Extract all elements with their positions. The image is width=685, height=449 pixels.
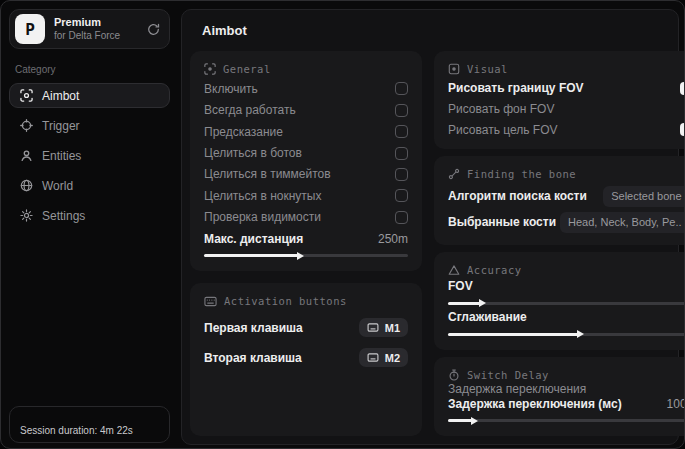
keybind-button-secondary[interactable]: M2 — [359, 348, 408, 367]
checkbox-always-work[interactable] — [395, 104, 408, 117]
accuracy-panel: Accuracy FOV 50° Сглаживание — [434, 252, 685, 350]
setting-row: Задержка переключения — [448, 381, 685, 396]
setting-row: Целиться в тиммейтов — [204, 167, 408, 182]
checkbox-target-bots[interactable] — [395, 147, 408, 160]
globe-icon — [20, 179, 33, 192]
slider-value: 1000 ms — [667, 397, 685, 411]
stopwatch-icon — [448, 369, 460, 381]
keyboard-icon — [204, 296, 217, 307]
category-label: Category — [15, 64, 164, 75]
bone-algorithm-select[interactable]: Selected bone — [603, 186, 685, 207]
keybind-row: Вторая клавиша M2 — [204, 348, 408, 367]
dropdown-row: Выбранные кости Head, Neck, Body, Pe.. — [448, 212, 685, 233]
dropdown-row: Алгоритм поиска кости Selected bone — [448, 186, 685, 207]
sidebar-item-label: Aimbot — [42, 89, 79, 103]
app-window: P Premium for Delta Force Category Aimbo… — [0, 0, 685, 449]
scan-icon — [204, 63, 216, 75]
sidebar-item-label: Trigger — [42, 119, 80, 133]
premium-subtitle: for Delta Force — [54, 30, 138, 43]
checkbox-target-teammates[interactable] — [395, 168, 408, 181]
gear-icon — [20, 209, 33, 222]
visual-panel: Visual Рисовать границу FOV ✓ Рисовать ф… — [434, 51, 685, 149]
panel-title: Finding the bone — [467, 168, 576, 180]
activation-buttons-panel: Activation buttons Первая клавиша M1 Вто… — [190, 283, 422, 436]
visual-row: Рисовать границу FOV ✓ — [448, 81, 685, 96]
setting-row: Включить — [204, 81, 408, 96]
panel-title: Visual — [467, 63, 508, 75]
panel-title: Switch Delay — [467, 369, 549, 381]
sidebar: P Premium for Delta Force Category Aimbo… — [1, 1, 178, 448]
triangle-icon — [448, 264, 460, 276]
keybind-row: Первая клавиша M1 — [204, 318, 408, 337]
visual-row: Рисовать фон FOV — [448, 101, 685, 116]
page-title: Aimbot — [202, 23, 670, 38]
sidebar-item-label: World — [42, 179, 73, 193]
refresh-icon[interactable] — [147, 23, 160, 36]
setting-row: Целиться в ботов — [204, 146, 408, 161]
main-content: Aimbot General Включить Все — [181, 9, 679, 445]
selected-bones-select[interactable]: Head, Neck, Body, Pe.. — [560, 212, 685, 233]
color-swatch[interactable] — [680, 123, 685, 136]
panel-title: Activation buttons — [224, 295, 347, 307]
switch-delay-panel: Switch Delay Задержка переключения Задер… — [434, 357, 685, 436]
sidebar-item-trigger[interactable]: Trigger — [9, 113, 170, 138]
panel-title: General — [223, 63, 271, 75]
setting-row: Всегда работать — [204, 103, 408, 118]
crosshair-scan-icon — [20, 89, 33, 102]
setting-row: Предсказание — [204, 124, 408, 139]
visual-row: Рисовать цель FOV — [448, 122, 685, 137]
sidebar-item-label: Settings — [42, 209, 85, 223]
checkbox-enable[interactable] — [395, 82, 408, 95]
slider-value: 250m — [378, 232, 408, 246]
premium-title: Premium — [54, 16, 138, 30]
frame-eye-icon — [448, 63, 460, 75]
setting-row: Целиться в нокнутых — [204, 188, 408, 203]
sidebar-item-world[interactable]: World — [9, 173, 170, 198]
slider-label-row: Задержка переключения (мс) 1000 ms — [448, 396, 685, 411]
max-distance-slider[interactable] — [204, 252, 408, 259]
slider-label-row: FOV 50° — [448, 279, 685, 294]
slider-label-row: Макс. дистанция 250m — [204, 231, 408, 246]
slider-label-row: Сглаживание 50% — [448, 310, 685, 325]
sidebar-item-entities[interactable]: Entities — [9, 143, 170, 168]
bone-icon — [448, 168, 460, 180]
entities-person-icon — [20, 149, 33, 162]
keybind-button-primary[interactable]: M1 — [359, 318, 408, 337]
keyboard-icon — [367, 323, 379, 332]
finding-bone-panel: Finding the bone Алгоритм поиска кости S… — [434, 156, 685, 245]
panel-title: Accuracy — [467, 264, 522, 276]
general-panel: General Включить Всегда работать Предска… — [190, 51, 422, 271]
sidebar-item-settings[interactable]: Settings — [9, 203, 170, 228]
switch-delay-ms-slider[interactable] — [448, 417, 685, 424]
sidebar-item-aimbot[interactable]: Aimbot — [9, 83, 170, 108]
app-logo: P — [15, 14, 45, 44]
color-swatch[interactable] — [680, 82, 685, 95]
sidebar-item-label: Entities — [42, 149, 81, 163]
session-duration-box: Session duration: 4m 22s — [9, 406, 170, 443]
trigger-crosshair-icon — [20, 119, 33, 132]
fov-slider[interactable] — [448, 300, 685, 307]
premium-card: P Premium for Delta Force — [9, 9, 170, 49]
checkbox-visibility-check[interactable] — [395, 211, 408, 224]
checkbox-prediction[interactable] — [395, 125, 408, 138]
session-duration-text: Session duration: 4m 22s — [20, 425, 133, 436]
setting-row: Проверка видимости — [204, 210, 408, 225]
checkbox-target-knocked[interactable] — [395, 189, 408, 202]
keyboard-icon — [367, 353, 379, 362]
smoothing-slider[interactable] — [448, 331, 685, 338]
